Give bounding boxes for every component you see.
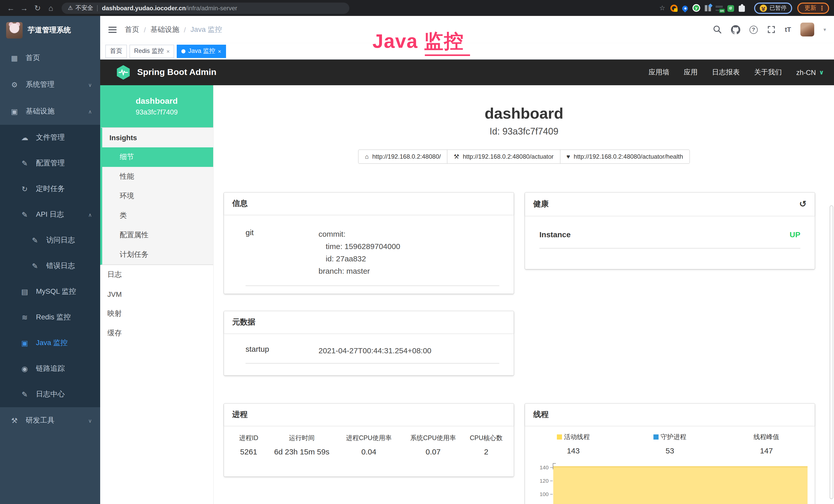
close-icon[interactable]: × bbox=[218, 48, 221, 54]
paused-label: 已暂停 bbox=[770, 4, 787, 12]
user-avatar[interactable] bbox=[800, 23, 814, 37]
instance-id: 93a3fc7f7409 bbox=[136, 108, 178, 116]
sidebar-item-system-management[interactable]: ⚙ 系统管理 ∨ bbox=[0, 71, 100, 98]
sidebar-item-error-log[interactable]: ✎ 错误日志 bbox=[0, 253, 100, 279]
sba-nav-item-metrics[interactable]: 性能 bbox=[102, 167, 213, 186]
reload-icon[interactable]: ↻ bbox=[32, 3, 43, 13]
app-logo-row[interactable]: 芋道管理系统 bbox=[0, 16, 100, 45]
search-icon[interactable] bbox=[713, 25, 722, 34]
sba-nav-item-classes[interactable]: 类 bbox=[102, 206, 213, 225]
emoji-avatar-icon bbox=[760, 4, 767, 12]
home-icon[interactable]: ⌂ bbox=[45, 4, 57, 12]
git-id-line: id: 27aa832 bbox=[319, 253, 400, 265]
breadcrumb-home[interactable]: 首页 bbox=[125, 25, 139, 34]
breadcrumb-separator: / bbox=[184, 25, 186, 33]
service-url-button[interactable]: ⌂ http://192.168.0.2:48080/ bbox=[358, 150, 447, 164]
sba-nav-item-mappings[interactable]: 映射 bbox=[100, 304, 213, 323]
back-icon[interactable]: ← bbox=[5, 4, 17, 12]
sidebar-item-mysql-monitor[interactable]: ▤ MySQL 监控 bbox=[0, 279, 100, 304]
y-extension-icon[interactable]: y bbox=[693, 4, 700, 12]
sidebar-item-api-log[interactable]: ✎ API 日志 ∧ bbox=[0, 202, 100, 228]
sidebar-item-trace[interactable]: ◉ 链路追踪 bbox=[0, 356, 100, 382]
breadcrumb-current: Java 监控 bbox=[191, 25, 222, 34]
tab-java-monitor[interactable]: Java 监控 × bbox=[177, 44, 226, 58]
fullscreen-icon[interactable] bbox=[767, 25, 775, 34]
github-icon[interactable] bbox=[731, 25, 740, 34]
font-size-icon[interactable]: tT bbox=[785, 26, 791, 33]
info-card: 信息 git commit: time: 1596289704000 id: 2… bbox=[224, 192, 514, 294]
sidebar-item-access-log[interactable]: ✎ 访问日志 bbox=[0, 228, 100, 253]
actuator-url-button[interactable]: ⚒ http://192.168.0.2:48080/actuator bbox=[447, 150, 560, 164]
sba-nav-item-scheduled-tasks[interactable]: 计划任务 bbox=[102, 245, 213, 265]
hamburger-icon[interactable] bbox=[100, 25, 125, 34]
history-icon[interactable]: ↺ bbox=[799, 199, 807, 209]
yellow-swatch-icon bbox=[557, 434, 562, 439]
health-instance-label: Instance bbox=[540, 230, 571, 239]
health-status-badge: UP bbox=[790, 230, 800, 239]
breadcrumb-infrastructure[interactable]: 基础设施 bbox=[151, 25, 179, 34]
process-header: 运行时间 bbox=[268, 434, 335, 443]
sba-nav-links: 应用墙 应用 日志报表 关于我们 zh-CN ∨ bbox=[649, 68, 824, 77]
kebab-menu-icon[interactable]: ⋮ bbox=[819, 4, 825, 12]
sba-nav-item-jvm[interactable]: JVM bbox=[100, 284, 213, 304]
app-title: 芋道管理系统 bbox=[28, 26, 71, 35]
sidebar-item-java-monitor[interactable]: ▣ Java 监控 bbox=[0, 330, 100, 356]
switch-extension-icon[interactable]: on bbox=[716, 6, 723, 11]
sidebar-item-log-center[interactable]: ✎ 日志中心 bbox=[0, 382, 100, 407]
health-url-button[interactable]: ♥ http://192.168.0.2:48080/actuator/heal… bbox=[560, 150, 690, 164]
sba-nav-item-details[interactable]: 细节 bbox=[100, 147, 213, 167]
sba-nav-item-caches[interactable]: 缓存 bbox=[100, 323, 213, 343]
sba-nav-item-config-props[interactable]: 配置属性 bbox=[102, 225, 213, 245]
git-branch-line: branch: master bbox=[319, 265, 400, 277]
monitor-icon: ▣ bbox=[10, 107, 19, 116]
url-host: dashboard.yudao.iocoder.cn bbox=[102, 4, 186, 12]
process-card: 进程 进程ID 运行时间 进程CPU使用率 系统CPU使用率 CPU核心数 bbox=[224, 404, 514, 477]
sidebar-item-label: 基础设施 bbox=[26, 107, 54, 116]
instance-header[interactable]: dashboard 93a3fc7f7409 bbox=[100, 85, 213, 127]
process-header-row: 进程ID 运行时间 进程CPU使用率 系统CPU使用率 CPU核心数 bbox=[229, 434, 509, 443]
sidebar-item-file-management[interactable]: ☁ 文件管理 bbox=[0, 125, 100, 151]
chevron-down-icon: ∨ bbox=[88, 82, 92, 88]
puzzle-extensions-icon[interactable] bbox=[739, 5, 745, 12]
tab-home[interactable]: 首页 bbox=[105, 44, 127, 58]
sidebar-item-config-management[interactable]: ✎ 配置管理 bbox=[0, 151, 100, 176]
chevron-up-icon: ∧ bbox=[88, 212, 92, 217]
health-instance-row: Instance UP bbox=[540, 230, 800, 249]
grid-extension-icon[interactable] bbox=[705, 5, 711, 11]
sidebar-item-scheduled-tasks[interactable]: ↻ 定时任务 bbox=[0, 176, 100, 202]
bookmark-star-icon[interactable]: ☆ bbox=[659, 4, 665, 12]
page-scrollbar-thumb[interactable] bbox=[830, 205, 833, 499]
sidebar-item-redis-monitor[interactable]: ≋ Redis 监控 bbox=[0, 304, 100, 330]
sba-locale-select[interactable]: zh-CN ∨ bbox=[796, 69, 824, 76]
close-icon[interactable]: × bbox=[167, 48, 170, 54]
profile-paused-chip[interactable]: 已暂停 bbox=[754, 2, 792, 14]
pin-extension-icon[interactable] bbox=[681, 4, 689, 12]
actuator-url-label: http://192.168.0.2:48080/actuator bbox=[463, 153, 554, 160]
forward-icon[interactable]: → bbox=[19, 4, 30, 12]
breadcrumb: 首页 / 基础设施 / Java 监控 bbox=[125, 25, 222, 34]
sidebar-item-home[interactable]: ▦ 首页 bbox=[0, 45, 100, 71]
sidebar-item-dev-tools[interactable]: ⚒ 研发工具 ∨ bbox=[0, 407, 100, 434]
sba-nav-about[interactable]: 关于我们 bbox=[754, 68, 782, 77]
app-header: 首页 / 基础设施 / Java 监控 ? bbox=[100, 16, 834, 43]
toolbox-icon: ⚒ bbox=[10, 416, 19, 425]
sba-nav-journal[interactable]: 日志报表 bbox=[712, 68, 740, 77]
address-bar[interactable]: ⚠ 不安全 dashboard.yudao.iocoder.cn/infra/a… bbox=[62, 2, 349, 14]
not-secure-warning-icon: ⚠ bbox=[68, 5, 73, 11]
main-column: Java 监控 首页 / 基础设施 / Java 监控 bbox=[100, 16, 834, 504]
legend-daemon-threads: 守护进程 bbox=[621, 433, 718, 442]
sba-nav-item-logs[interactable]: 日志 bbox=[100, 265, 213, 284]
leaf-extension-icon[interactable] bbox=[727, 5, 734, 12]
monitor-icon: ▣ bbox=[21, 339, 29, 347]
tab-redis-monitor[interactable]: Redis 监控 × bbox=[129, 44, 174, 58]
extension-icon[interactable] bbox=[671, 4, 678, 12]
avatar-caret-icon[interactable]: ▾ bbox=[824, 27, 826, 32]
chrome-update-button[interactable]: 更新 ⋮ bbox=[797, 2, 829, 14]
cpu-cores: 2 bbox=[464, 447, 509, 456]
sba-nav-applications[interactable]: 应用 bbox=[684, 68, 698, 77]
sba-brand-title[interactable]: Spring Boot Admin bbox=[137, 67, 217, 77]
sba-nav-item-environment[interactable]: 环境 bbox=[102, 186, 213, 206]
sba-nav-wall[interactable]: 应用墙 bbox=[649, 68, 670, 77]
help-icon[interactable]: ? bbox=[749, 25, 758, 33]
sidebar-item-infrastructure[interactable]: ▣ 基础设施 ∧ bbox=[0, 98, 100, 125]
